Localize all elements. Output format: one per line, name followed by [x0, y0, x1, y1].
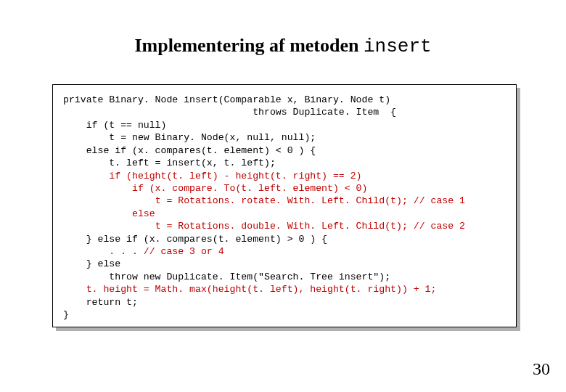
- code-indent: [63, 246, 109, 257]
- code-line: } else: [63, 258, 120, 269]
- code-indent: [63, 221, 155, 232]
- code-indent: [63, 171, 109, 181]
- code-line: . . . // case 3 or 4: [109, 246, 223, 257]
- code-listing: private Binary. Node insert(Comparable x…: [63, 94, 506, 322]
- code-line: return t;: [63, 297, 138, 308]
- code-line: private Binary. Node insert(Comparable x…: [63, 94, 390, 105]
- code-line: t = Rotations. double. With. Left. Child…: [155, 221, 465, 232]
- code-box-inner: private Binary. Node insert(Comparable x…: [52, 84, 517, 327]
- slide-title: Implementering af metoden insert: [0, 35, 566, 57]
- code-line: throw new Duplicate. Item("Search. Tree …: [63, 271, 390, 282]
- title-text: Implementering af metoden: [134, 35, 364, 56]
- code-line: t = Rotations. rotate. With. Left. Child…: [155, 195, 465, 206]
- code-line: else: [132, 208, 155, 219]
- code-line: t = new Binary. Node(x, null, null);: [63, 132, 316, 143]
- code-line: t. left = insert(x, t. left);: [63, 158, 276, 168]
- code-indent: [63, 195, 155, 206]
- code-box: private Binary. Node insert(Comparable x…: [52, 84, 517, 327]
- code-line: }: [63, 309, 69, 320]
- code-line: t. height = Math. max(height(t. left), h…: [86, 284, 437, 295]
- code-indent: [63, 183, 132, 194]
- page-number: 30: [533, 359, 550, 379]
- code-line: } else if (x. compares(t. element) > 0 )…: [63, 234, 327, 245]
- code-line: if (x. compare. To(t. left. element) < 0…: [132, 183, 367, 194]
- code-indent: [63, 208, 132, 219]
- code-indent: [63, 284, 86, 295]
- title-mono: insert: [364, 36, 432, 57]
- code-line: if (height(t. left) - height(t. right) =…: [109, 171, 361, 181]
- code-line: if (t == null): [63, 120, 166, 131]
- code-line: else if (x. compares(t. element) < 0 ) {: [63, 145, 316, 156]
- slide: Implementering af metoden insert private…: [0, 0, 566, 392]
- code-line: throws Duplicate. Item {: [63, 107, 396, 118]
